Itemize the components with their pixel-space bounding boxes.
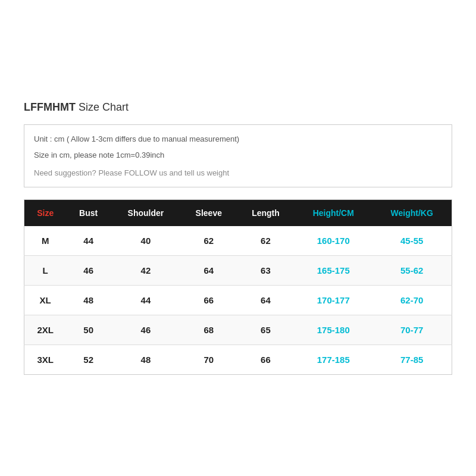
header-shoulder: Shoulder bbox=[111, 200, 181, 227]
cell-4: 63 bbox=[237, 256, 295, 286]
cell-5: 165-175 bbox=[295, 256, 372, 286]
cell-6: 55-62 bbox=[372, 256, 452, 286]
table-row: 2XL50466865175-18070-77 bbox=[24, 315, 452, 345]
brand-name: LFFMHMT bbox=[24, 101, 76, 113]
cell-5: 170-177 bbox=[295, 286, 372, 315]
info-line-2: Size in cm, please note 1cm=0.39inch bbox=[34, 149, 442, 161]
info-box: Unit : cm ( Allow 1-3cm differs due to m… bbox=[24, 124, 452, 188]
header-length: Length bbox=[237, 200, 295, 227]
cell-3: 62 bbox=[181, 226, 237, 256]
cell-1: 46 bbox=[66, 256, 111, 286]
cell-6: 77-85 bbox=[372, 345, 452, 375]
chart-title: Size Chart bbox=[76, 101, 129, 113]
cell-1: 44 bbox=[66, 226, 111, 256]
header-bust: Bust bbox=[66, 200, 111, 227]
cell-1: 48 bbox=[66, 286, 111, 315]
cell-0: L bbox=[24, 256, 67, 286]
cell-2: 40 bbox=[111, 226, 181, 256]
title-row: LFFMHMT Size Chart bbox=[24, 101, 452, 114]
info-line-1: Unit : cm ( Allow 1-3cm differs due to m… bbox=[34, 133, 442, 145]
cell-3: 66 bbox=[181, 286, 237, 315]
cell-5: 160-170 bbox=[295, 226, 372, 256]
table-row: XL48446664170-17762-70 bbox=[24, 286, 452, 315]
header-sleeve: Sleeve bbox=[181, 200, 237, 227]
cell-2: 48 bbox=[111, 345, 181, 375]
header-height: Height/CM bbox=[295, 200, 372, 227]
cell-3: 68 bbox=[181, 315, 237, 345]
cell-1: 50 bbox=[66, 315, 111, 345]
cell-5: 175-180 bbox=[295, 315, 372, 345]
suggestion-text: Need suggestion? Please FOLLOW us and te… bbox=[34, 167, 442, 179]
cell-6: 62-70 bbox=[372, 286, 452, 315]
cell-0: M bbox=[24, 226, 67, 256]
cell-3: 70 bbox=[181, 345, 237, 375]
cell-6: 70-77 bbox=[372, 315, 452, 345]
size-chart-container: LFFMHMT Size Chart Unit : cm ( Allow 1-3… bbox=[12, 89, 464, 387]
table-header-row: Size Bust Shoulder Sleeve Length Height/… bbox=[24, 200, 452, 227]
cell-5: 177-185 bbox=[295, 345, 372, 375]
table-row: L46426463165-17555-62 bbox=[24, 256, 452, 286]
cell-6: 45-55 bbox=[372, 226, 452, 256]
cell-4: 66 bbox=[237, 345, 295, 375]
table-row: M44406262160-17045-55 bbox=[24, 226, 452, 256]
header-size: Size bbox=[24, 200, 67, 227]
cell-4: 65 bbox=[237, 315, 295, 345]
cell-3: 64 bbox=[181, 256, 237, 286]
cell-1: 52 bbox=[66, 345, 111, 375]
cell-0: 2XL bbox=[24, 315, 67, 345]
size-chart-table: Size Bust Shoulder Sleeve Length Height/… bbox=[24, 199, 452, 375]
cell-2: 44 bbox=[111, 286, 181, 315]
header-weight: Weight/KG bbox=[372, 200, 452, 227]
cell-4: 62 bbox=[237, 226, 295, 256]
table-row: 3XL52487066177-18577-85 bbox=[24, 345, 452, 375]
cell-2: 42 bbox=[111, 256, 181, 286]
cell-0: 3XL bbox=[24, 345, 67, 375]
cell-2: 46 bbox=[111, 315, 181, 345]
cell-4: 64 bbox=[237, 286, 295, 315]
cell-0: XL bbox=[24, 286, 67, 315]
